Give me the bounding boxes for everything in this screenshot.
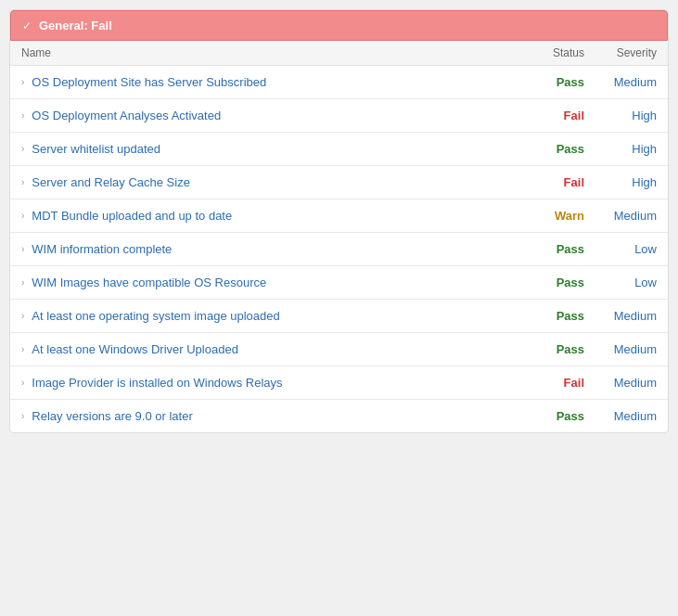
row-expand-icon: › — [21, 177, 24, 187]
row-name: OS Deployment Analyses Activated — [32, 109, 518, 122]
table-row[interactable]: › At least one Windows Driver Uploaded P… — [10, 333, 668, 366]
row-status: Pass — [518, 409, 592, 423]
row-status: Fail — [518, 109, 592, 122]
row-name: Server whitelist updated — [32, 142, 518, 156]
row-severity: Medium — [592, 342, 657, 356]
table-row[interactable]: › Server and Relay Cache Size Fail High — [10, 166, 668, 199]
header-title: General: Fail — [39, 19, 112, 32]
table-row[interactable]: › WIM information complete Pass Low — [10, 233, 668, 266]
row-name: At least one operating system image uplo… — [32, 309, 518, 323]
row-name: Server and Relay Cache Size — [32, 175, 518, 189]
row-expand-icon: › — [21, 378, 24, 388]
row-expand-icon: › — [21, 110, 24, 121]
row-expand-icon: › — [21, 244, 24, 254]
row-severity: Low — [592, 242, 657, 256]
row-severity: Medium — [592, 376, 657, 390]
table-row[interactable]: › Relay versions are 9.0 or later Pass M… — [10, 400, 668, 432]
row-status: Pass — [518, 276, 592, 289]
col-header-status: Status — [518, 46, 592, 59]
collapse-icon: ✓ — [22, 19, 32, 32]
row-severity: Medium — [592, 409, 657, 423]
row-name: Image Provider is installed on Windows R… — [32, 376, 518, 390]
row-expand-icon: › — [21, 411, 24, 421]
row-severity: High — [592, 175, 657, 189]
main-container: ✓ General: Fail Name Status Severity › O… — [9, 9, 669, 433]
row-expand-icon: › — [21, 211, 24, 221]
row-status: Pass — [518, 142, 592, 156]
header-bar[interactable]: ✓ General: Fail — [10, 10, 668, 41]
table-row[interactable]: › Server whitelist updated Pass High — [10, 133, 668, 166]
row-expand-icon: › — [21, 311, 24, 321]
row-name: MDT Bundle uploaded and up to date — [32, 209, 518, 223]
row-severity: High — [592, 109, 657, 122]
row-expand-icon: › — [21, 144, 24, 154]
row-expand-icon: › — [21, 77, 24, 87]
table-row[interactable]: › OS Deployment Analyses Activated Fail … — [10, 99, 668, 133]
table-body: › OS Deployment Site has Server Subscrib… — [10, 66, 668, 432]
row-severity: Low — [592, 276, 657, 289]
table-row[interactable]: › Image Provider is installed on Windows… — [10, 366, 668, 400]
row-name: Relay versions are 9.0 or later — [32, 409, 518, 423]
row-status: Fail — [518, 175, 592, 189]
row-severity: Medium — [592, 75, 657, 89]
row-severity: High — [592, 142, 657, 156]
table-row[interactable]: › WIM Images have compatible OS Resource… — [10, 266, 668, 300]
row-status: Pass — [518, 242, 592, 256]
row-name: WIM Images have compatible OS Resource — [32, 276, 518, 289]
table-row[interactable]: › OS Deployment Site has Server Subscrib… — [10, 66, 668, 99]
row-status: Pass — [518, 342, 592, 356]
row-status: Warn — [518, 209, 592, 223]
row-status: Pass — [518, 309, 592, 323]
table-row[interactable]: › At least one operating system image up… — [10, 300, 668, 333]
row-status: Pass — [518, 75, 592, 89]
row-name: OS Deployment Site has Server Subscribed — [32, 75, 518, 89]
col-header-name: Name — [21, 46, 518, 59]
row-severity: Medium — [592, 309, 657, 323]
row-status: Fail — [518, 376, 592, 390]
row-expand-icon: › — [21, 344, 24, 354]
table-row[interactable]: › MDT Bundle uploaded and up to date War… — [10, 199, 668, 233]
col-header-severity: Severity — [592, 46, 657, 59]
row-name: At least one Windows Driver Uploaded — [32, 342, 518, 356]
table-header: Name Status Severity — [10, 41, 668, 66]
row-name: WIM information complete — [32, 242, 518, 256]
row-expand-icon: › — [21, 277, 24, 288]
row-severity: Medium — [592, 209, 657, 223]
